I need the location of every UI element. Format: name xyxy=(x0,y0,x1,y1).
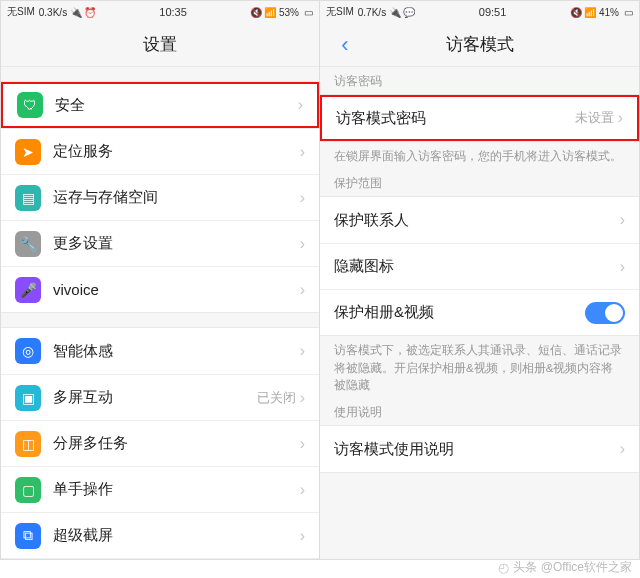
scope-description: 访客模式下，被选定联系人其通讯录、短信、通话记录将被隐藏。开启保护相册&视频，则… xyxy=(320,336,639,398)
page-title: 访客模式 xyxy=(446,33,514,56)
row-guest-password[interactable]: 访客模式密码 未设置 › xyxy=(320,95,639,141)
mic-icon: 🎤 xyxy=(15,277,41,303)
battery-icon: ▭ xyxy=(303,7,313,17)
guest-mode-list: 访客密码 访客模式密码 未设置 › 在锁屏界面输入访客密码，您的手机将进入访客模… xyxy=(320,67,639,559)
row-location[interactable]: ➤ 定位服务 › xyxy=(1,128,319,174)
row-hide-icons[interactable]: 隐藏图标 › xyxy=(320,243,639,289)
battery-icon: ▭ xyxy=(623,7,633,17)
chevron-right-icon: › xyxy=(620,211,625,229)
carrier-label: 无SIM xyxy=(326,5,354,19)
row-value: 未设置 xyxy=(575,109,614,127)
row-label: 隐藏图标 xyxy=(334,257,620,276)
chevron-right-icon: › xyxy=(620,440,625,458)
row-smart-motion[interactable]: ◎ 智能体感 › xyxy=(1,328,319,374)
chevron-right-icon: › xyxy=(298,96,303,114)
row-storage[interactable]: ▤ 运存与存储空间 › xyxy=(1,174,319,220)
phone-settings: 无SIM 0.3K/s 🔌 ⏰ 10:35 🔇 📶 53% ▭ 设置 🛡 安全 xyxy=(1,1,320,559)
battery-pct: 53% xyxy=(279,7,299,18)
titlebar: 设置 xyxy=(1,23,319,67)
watermark-text: 头条 @Office软件之家 xyxy=(513,559,632,576)
mute-icon: 🔇 xyxy=(251,7,261,17)
row-splitscreen[interactable]: ◫ 分屏多任务 › xyxy=(1,420,319,466)
section-password-label: 访客密码 xyxy=(320,67,639,94)
section-scope-label: 保护范围 xyxy=(320,169,639,196)
net-speed: 0.7K/s xyxy=(358,7,386,18)
chevron-right-icon: › xyxy=(620,258,625,276)
wifi-icon: 📶 xyxy=(265,7,275,17)
chevron-right-icon: › xyxy=(300,527,305,545)
screenshot-icon: ⧉ xyxy=(15,523,41,549)
mute-icon: 🔇 xyxy=(571,7,581,17)
row-label: 保护相册&视频 xyxy=(334,303,585,322)
phone-guest-mode: 无SIM 0.7K/s 🔌 💬 09:51 🔇 📶 41% ▭ ‹ 访客模式 访… xyxy=(320,1,639,559)
row-label: 安全 xyxy=(55,96,298,115)
row-vivoice[interactable]: 🎤 vivoice › xyxy=(1,266,319,312)
chevron-right-icon: › xyxy=(300,143,305,161)
carrier-label: 无SIM xyxy=(7,5,35,19)
storage-icon: ▤ xyxy=(15,185,41,211)
chevron-right-icon: › xyxy=(300,189,305,207)
split-icon: ◫ xyxy=(15,431,41,457)
multiscreen-icon: ▣ xyxy=(15,385,41,411)
chevron-right-icon: › xyxy=(300,281,305,299)
row-app-clone[interactable]: ◧ 应用分身 › xyxy=(1,558,319,559)
row-super-screenshot[interactable]: ⧉ 超级截屏 › xyxy=(1,512,319,558)
titlebar: ‹ 访客模式 xyxy=(320,23,639,67)
row-multiscreen[interactable]: ▣ 多屏互动 已关闭 › xyxy=(1,374,319,420)
row-label: 定位服务 xyxy=(53,142,300,161)
watermark-icon: ◴ xyxy=(498,560,509,575)
clock: 10:35 xyxy=(159,6,187,18)
wifi-icon: 📶 xyxy=(585,7,595,17)
row-label: 运存与存储空间 xyxy=(53,188,300,207)
battery-pct: 41% xyxy=(599,7,619,18)
row-label: 单手操作 xyxy=(53,480,300,499)
motion-icon: ◎ xyxy=(15,338,41,364)
usb-icon: 🔌 xyxy=(71,7,81,17)
row-usage-guide[interactable]: 访客模式使用说明 › xyxy=(320,426,639,472)
row-label: 更多设置 xyxy=(53,234,300,253)
row-more-settings[interactable]: 🔧 更多设置 › xyxy=(1,220,319,266)
wechat-icon: 💬 xyxy=(404,7,414,17)
chevron-right-icon: › xyxy=(618,109,623,127)
back-button[interactable]: ‹ xyxy=(330,23,360,67)
row-label: 分屏多任务 xyxy=(53,434,300,453)
chevron-right-icon: › xyxy=(300,235,305,253)
password-description: 在锁屏界面输入访客密码，您的手机将进入访客模式。 xyxy=(320,142,639,169)
toggle-protect-album[interactable] xyxy=(585,302,625,324)
watermark: ◴ 头条 @Office软件之家 xyxy=(498,559,632,576)
row-label: 多屏互动 xyxy=(53,388,257,407)
section-usage-label: 使用说明 xyxy=(320,398,639,425)
row-label: 保护联系人 xyxy=(334,211,620,230)
status-bar: 无SIM 0.7K/s 🔌 💬 09:51 🔇 📶 41% ▭ xyxy=(320,1,639,23)
chevron-right-icon: › xyxy=(300,389,305,407)
row-label: vivoice xyxy=(53,281,300,298)
usb-icon: 🔌 xyxy=(390,7,400,17)
shield-icon: 🛡 xyxy=(17,92,43,118)
wrench-icon: 🔧 xyxy=(15,231,41,257)
location-icon: ➤ xyxy=(15,139,41,165)
status-bar: 无SIM 0.3K/s 🔌 ⏰ 10:35 🔇 📶 53% ▭ xyxy=(1,1,319,23)
net-speed: 0.3K/s xyxy=(39,7,67,18)
row-onehand[interactable]: ▢ 单手操作 › xyxy=(1,466,319,512)
row-label: 访客模式密码 xyxy=(336,109,575,128)
row-label: 智能体感 xyxy=(53,342,300,361)
row-label: 超级截屏 xyxy=(53,526,300,545)
clock: 09:51 xyxy=(479,6,507,18)
row-protect-album[interactable]: 保护相册&视频 xyxy=(320,289,639,335)
row-security[interactable]: 🛡 安全 › xyxy=(1,82,319,128)
chevron-right-icon: › xyxy=(300,435,305,453)
row-value: 已关闭 xyxy=(257,389,296,407)
alarm-icon: ⏰ xyxy=(85,7,95,17)
chevron-right-icon: › xyxy=(300,481,305,499)
chevron-right-icon: › xyxy=(300,342,305,360)
settings-list: 🛡 安全 › ➤ 定位服务 › ▤ 运存与存储空间 › 🔧 更多设置 xyxy=(1,67,319,559)
page-title: 设置 xyxy=(143,33,177,56)
onehand-icon: ▢ xyxy=(15,477,41,503)
row-protect-contacts[interactable]: 保护联系人 › xyxy=(320,197,639,243)
row-label: 访客模式使用说明 xyxy=(334,440,620,459)
